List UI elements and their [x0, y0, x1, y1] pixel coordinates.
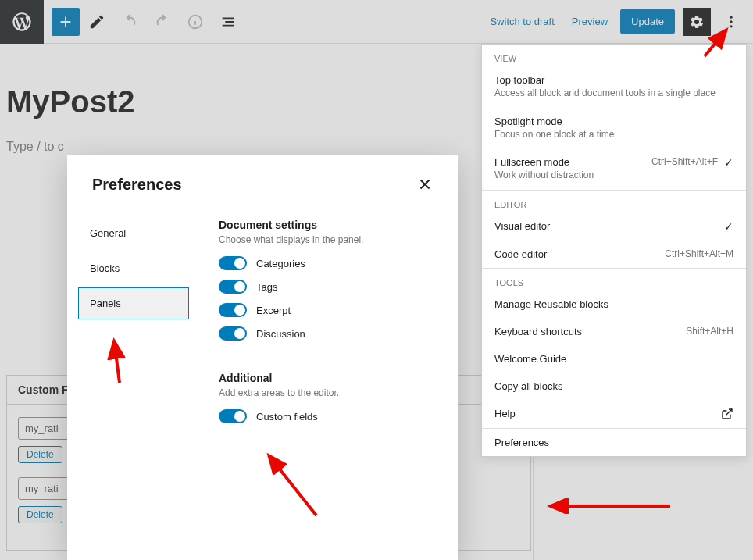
check-icon: ✓ — [724, 156, 733, 169]
menu-item-help[interactable]: Help — [482, 400, 746, 428]
external-link-icon — [721, 408, 733, 420]
toggle-excerpt[interactable] — [219, 303, 247, 317]
tab-blocks[interactable]: Blocks — [78, 252, 189, 284]
menu-item-top-toolbar[interactable]: Top toolbar Access all block and documen… — [482, 66, 746, 108]
menu-item-spotlight[interactable]: Spotlight mode Focus on one block at a t… — [482, 108, 746, 149]
menu-section-editor: EDITOR — [482, 191, 746, 212]
menu-item-keyboard-shortcuts[interactable]: Keyboard shortcuts Shift+Alt+H — [482, 318, 746, 345]
svg-line-6 — [726, 409, 732, 415]
menu-item-fullscreen[interactable]: Fullscreen mode Work without distraction… — [482, 148, 746, 190]
toggle-categories[interactable] — [219, 256, 247, 270]
preferences-modal: Preferences General Blocks Panels Docume… — [67, 155, 458, 560]
toggle-label: Excerpt — [256, 305, 291, 316]
toggle-label: Categories — [256, 258, 305, 269]
close-button[interactable] — [414, 173, 436, 195]
section-desc: Add extra areas to the editor. — [219, 387, 439, 398]
menu-item-preferences[interactable]: Preferences — [482, 429, 746, 456]
tab-general[interactable]: General — [78, 217, 189, 249]
modal-title: Preferences — [92, 176, 182, 194]
toggle-label: Custom fields — [256, 411, 318, 423]
section-additional: Additional — [219, 372, 439, 384]
toggle-label: Tags — [256, 281, 277, 293]
menu-item-visual-editor[interactable]: Visual editor ✓ — [482, 212, 746, 241]
check-icon: ✓ — [724, 220, 733, 233]
section-desc: Choose what displays in the panel. — [219, 234, 439, 245]
menu-item-code-editor[interactable]: Code editor Ctrl+Shift+Alt+M — [482, 241, 746, 268]
menu-section-view: VIEW — [482, 45, 746, 66]
menu-item-copy-all[interactable]: Copy all blocks — [482, 373, 746, 400]
tab-panels[interactable]: Panels — [78, 287, 189, 319]
menu-item-manage-reusable[interactable]: Manage Reusable blocks — [482, 291, 746, 318]
toggle-label: Discussion — [256, 328, 305, 340]
toggle-custom-fields[interactable] — [219, 409, 247, 423]
toggle-tags[interactable] — [219, 280, 247, 294]
options-menu: VIEW Top toolbar Access all block and do… — [481, 44, 747, 457]
menu-section-tools: TOOLS — [482, 269, 746, 291]
toggle-discussion[interactable] — [219, 326, 247, 341]
section-document-settings: Document settings — [219, 219, 439, 231]
menu-item-welcome-guide[interactable]: Welcome Guide — [482, 345, 746, 373]
